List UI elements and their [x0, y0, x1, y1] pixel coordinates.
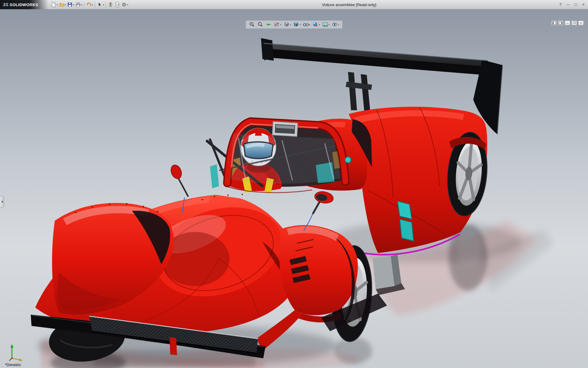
minimize-window-button[interactable]: –	[565, 2, 571, 7]
options-button[interactable]: ▾	[121, 1, 129, 9]
document-title: Voiture assemblee [Read-only]	[322, 2, 376, 7]
apply-scene-button[interactable]: ▾	[321, 21, 330, 28]
dropdown-arrow-icon[interactable]: ▾	[328, 24, 330, 26]
dropdown-arrow-icon[interactable]: ▾	[127, 4, 128, 6]
display-style-button[interactable]: ▾	[292, 21, 301, 28]
file-properties-button[interactable]	[114, 1, 121, 9]
graphics-area[interactable]: ▾ ▾ ▾ ▾ ▾	[0, 10, 588, 368]
dropdown-arrow-icon[interactable]: ▾	[280, 24, 281, 26]
select-cursor-icon	[97, 2, 103, 7]
orientation-triad-icon	[7, 343, 25, 362]
open-folder-icon	[59, 2, 65, 7]
hide-show-icon	[303, 21, 309, 28]
close-document-button[interactable]: ×	[578, 21, 584, 25]
pane-left-icon	[552, 21, 556, 25]
view-orientation-button[interactable]: ▾	[283, 21, 292, 28]
app-name: SOLIDWORKS	[9, 2, 38, 7]
rebuild-icon	[108, 2, 113, 7]
rebuild-button[interactable]	[107, 1, 114, 9]
toolbar-separator	[84, 2, 84, 8]
toolbar-separator	[95, 2, 95, 8]
chevron-left-icon	[1, 201, 3, 203]
document-window-controls: – ❐ ×	[551, 21, 584, 25]
toolbar-separator	[106, 2, 106, 8]
previous-view-icon	[266, 21, 272, 28]
close-window-button[interactable]: ×	[581, 2, 586, 7]
title-bar: ЗS SOLIDWORKS ▾ ▾ ▾	[0, 0, 588, 10]
restore-document-button[interactable]: ❐	[571, 21, 577, 25]
window-controls: ? – □ ×	[558, 2, 586, 7]
file-properties-icon	[115, 2, 120, 7]
dropdown-arrow-icon[interactable]: ▾	[103, 4, 104, 6]
zoom-to-fit-icon	[249, 21, 255, 28]
pane-toggle-left-button[interactable]	[551, 21, 557, 25]
save-button[interactable]: ▾	[66, 1, 75, 9]
dropdown-arrow-icon[interactable]: ▾	[300, 24, 301, 26]
app-logo: ЗS SOLIDWORKS	[0, 0, 48, 9]
view-orientation-label: *Dimetric	[5, 362, 21, 367]
open-button[interactable]: ▾	[58, 1, 67, 9]
dropdown-arrow-icon[interactable]: ▾	[309, 24, 310, 26]
undo-icon	[86, 2, 92, 7]
dropdown-arrow-icon[interactable]: ▾	[92, 4, 93, 6]
previous-view-button[interactable]	[265, 21, 272, 28]
pane-toggle-right-button[interactable]	[558, 21, 564, 25]
dropdown-arrow-icon[interactable]: ▾	[81, 4, 82, 6]
zoom-to-area-button[interactable]	[257, 21, 264, 28]
pillar-light	[345, 157, 351, 163]
view-orientation-icon	[283, 21, 289, 28]
pane-right-icon	[559, 21, 563, 25]
section-view-icon	[274, 21, 280, 28]
tow-strip	[169, 337, 177, 355]
print-button[interactable]: ▾	[75, 1, 83, 9]
display-style-icon	[293, 21, 299, 28]
featuremanager-flyout-tab[interactable]	[0, 196, 4, 208]
apply-scene-icon	[322, 21, 328, 28]
main-toolbar: ▾ ▾ ▾ ▾ ▾	[50, 1, 129, 9]
zoom-to-area-icon	[257, 21, 263, 28]
new-document-button[interactable]: ▾	[50, 1, 58, 9]
dropdown-arrow-icon[interactable]: ▾	[290, 24, 291, 26]
windscreen-glass	[230, 133, 341, 184]
view-settings-button[interactable]: ▾	[331, 21, 340, 28]
save-icon	[67, 2, 73, 7]
maximize-window-button[interactable]: □	[573, 2, 579, 7]
zoom-to-fit-button[interactable]	[248, 21, 256, 28]
dropdown-arrow-icon[interactable]: ▾	[65, 4, 66, 6]
view-settings-icon	[332, 21, 338, 28]
new-document-icon	[51, 2, 56, 7]
model-scene[interactable]	[0, 10, 588, 368]
dassault-logo-mark: ЗS	[3, 2, 8, 7]
dropdown-arrow-icon[interactable]: ▾	[319, 24, 320, 26]
hide-show-items-button[interactable]: ▾	[302, 21, 311, 28]
dropdown-arrow-icon[interactable]: ▾	[338, 24, 339, 26]
heads-up-view-toolbar: ▾ ▾ ▾ ▾ ▾	[246, 21, 342, 29]
print-icon	[75, 2, 81, 7]
options-gear-icon	[121, 2, 127, 7]
dropdown-arrow-icon[interactable]: ▾	[57, 4, 58, 6]
select-button[interactable]: ▾	[96, 1, 105, 9]
edit-appearance-icon	[312, 21, 318, 28]
minimize-document-button[interactable]: –	[565, 21, 570, 25]
edit-appearance-button[interactable]: ▾	[312, 21, 321, 28]
dropdown-arrow-icon[interactable]: ▾	[73, 4, 74, 6]
undo-button[interactable]: ▾	[85, 1, 94, 9]
help-button[interactable]: ?	[558, 2, 563, 7]
section-view-button[interactable]: ▾	[273, 21, 282, 28]
